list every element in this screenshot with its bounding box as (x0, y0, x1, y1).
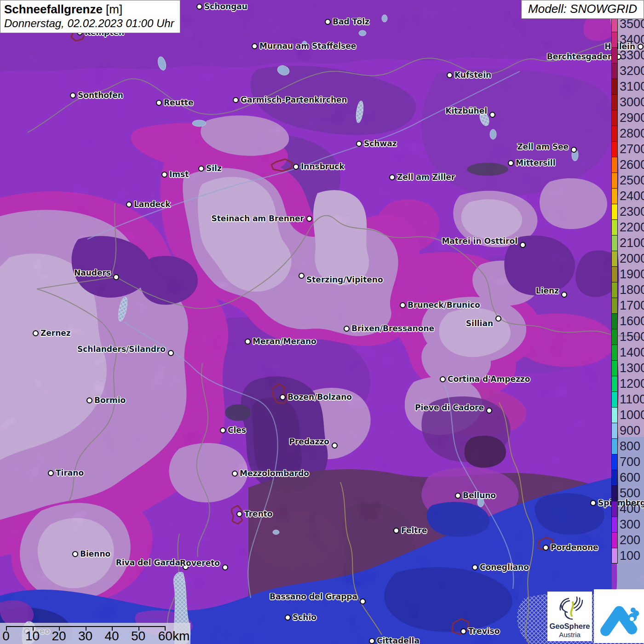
city-dot (48, 470, 54, 476)
city-label: Cles (228, 426, 246, 435)
colorbar-value: 400 (620, 501, 640, 517)
colorbar-segment-200: 200 (611, 532, 644, 548)
colorbar-swatch (611, 126, 618, 141)
city-dot (232, 471, 238, 477)
colorbar-swatch (611, 298, 618, 313)
colorbar-swatch (611, 157, 618, 172)
colorbar-swatch (611, 391, 618, 407)
colorbar-swatch (611, 501, 618, 517)
city-label: Conegliano (480, 563, 529, 572)
scalebar-label: 60km (152, 629, 196, 644)
city-label: Sonthofen (78, 91, 123, 100)
city-label: Cittadella (377, 636, 420, 644)
colorbar-value: 1800 (620, 282, 644, 298)
partner-logo (594, 589, 644, 643)
city-dot (222, 564, 228, 570)
colorbar-segment-2800: 2800 (611, 126, 644, 141)
city-dot (590, 500, 596, 506)
city-dot (440, 376, 446, 382)
colorbar-swatch (611, 345, 618, 360)
city-label: Feltre (401, 526, 427, 535)
city-label: Sillian (466, 319, 493, 328)
title-variable: Schneefallgrenze (4, 2, 103, 16)
colorbar-swatch (611, 141, 618, 157)
colorbar-segment-2000: 2000 (611, 251, 644, 266)
city-label: Rovereto (180, 558, 220, 568)
colorbar-value: 1400 (620, 345, 644, 360)
city-dot (495, 316, 501, 322)
colorbar-segment-1000: 1000 (611, 407, 644, 423)
colorbar-segment-3300: 3300 (611, 47, 644, 63)
city-label: Bad Tölz (333, 17, 369, 26)
city-label: Nauders (74, 268, 111, 277)
city-label: Murnau am Staffelsee (259, 41, 356, 51)
colorbar-swatch (611, 63, 618, 79)
city-label: Zell am Ziller (397, 172, 455, 182)
colorbar-value: 300 (620, 517, 640, 532)
city-label: Mezzolombardo (240, 469, 309, 478)
colorbar-swatch (611, 235, 618, 251)
colorbar-swatch (611, 438, 618, 454)
colorbar-swatch (611, 266, 618, 282)
colorbar-value: 1900 (620, 266, 644, 282)
city-dot (489, 112, 495, 118)
city-label: Pordenone (551, 543, 598, 552)
title-datetime: Donnerstag, 02.02.2023 01:00 Uhr (4, 17, 174, 30)
city-dot (33, 330, 39, 336)
city-dot (447, 72, 453, 78)
colorbar-segment-3000: 3000 (611, 94, 644, 110)
city-dot (293, 164, 299, 170)
city-dot (360, 598, 366, 604)
colorbar-swatch (611, 188, 618, 204)
city-label: Kufstein (454, 70, 491, 80)
colorbar-segment-2600: 2600 (611, 157, 644, 172)
city-dot (72, 551, 78, 557)
colorbar-value: 2100 (620, 235, 644, 251)
city-label: Trento (244, 509, 273, 518)
city-label: Schwaz (364, 139, 397, 148)
city-label: Sterzing/Vipiteno (306, 275, 383, 284)
city-dot (571, 147, 577, 153)
city-dot (325, 19, 331, 25)
mountain-cloud-icon (598, 595, 640, 638)
city-label: Schio (293, 613, 316, 622)
city-dot (280, 394, 286, 400)
city-dot (520, 242, 526, 248)
city-dot (455, 493, 461, 499)
colorbar-swatch (611, 454, 618, 470)
city-label: Reutte (164, 98, 194, 107)
city-label: Zernez (40, 328, 71, 338)
colorbar-value: 2600 (620, 157, 644, 172)
city-label: Schlanders/Silandro (77, 345, 166, 354)
city-label: Mittersill (516, 158, 556, 167)
city-dot (472, 564, 478, 570)
colorbar-value: 2200 (620, 219, 644, 235)
city-label: Matrei in Osttirol (442, 236, 518, 246)
colorbar-value: 1700 (620, 298, 644, 313)
colorbar-segment-900: 900 (611, 423, 644, 438)
colorbar-value: 600 (620, 470, 640, 485)
city-dot (393, 528, 399, 534)
geosphere-logo-subtext: Austria (547, 631, 592, 638)
colorbar-value: 800 (620, 438, 640, 454)
city-label: Berchtesgaden (547, 52, 613, 61)
colorbar-segment-1700: 1700 (611, 298, 644, 313)
colorbar-segment-400: 400 (611, 501, 644, 517)
city-dot (245, 339, 251, 345)
city-dot (460, 628, 466, 634)
colorbar-value: 3400 (620, 32, 644, 47)
colorbar-swatch (611, 172, 618, 188)
colorbar-value: 1500 (620, 329, 644, 345)
city-label: Bienno (80, 549, 110, 558)
colorbar-value: 2800 (620, 126, 644, 141)
city-dot (70, 92, 76, 98)
city-label: Cortina d'Ampezzo (448, 374, 530, 384)
city-label: Bruneck/Brunico (408, 300, 480, 310)
colorbar-value: 2000 (620, 251, 644, 266)
city-label: Meran/Merano (253, 337, 316, 346)
colorbar-value: 3000 (620, 94, 644, 110)
colorbar-swatch (611, 282, 618, 298)
city-dot (113, 274, 119, 280)
city-label: Schongau (204, 2, 247, 11)
colorbar-value: 1600 (620, 313, 644, 329)
